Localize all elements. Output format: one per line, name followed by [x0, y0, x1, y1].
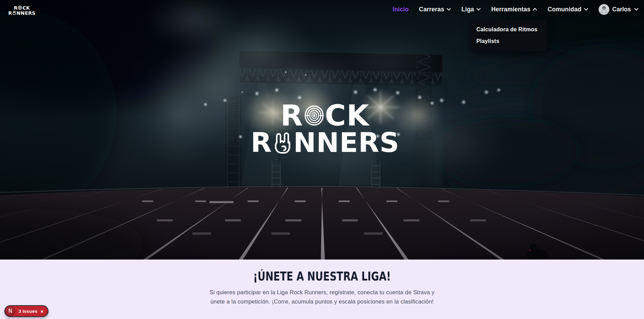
track-o-icon [18, 6, 22, 10]
nav-link-inicio[interactable]: Inicio [393, 6, 409, 13]
user-menu[interactable]: Carlos [599, 4, 639, 15]
tools-dropdown: Calculadora de Ritmos Playlists [471, 20, 546, 51]
chevron-up-icon [533, 8, 537, 11]
hero-word1-suffix: CK [325, 101, 370, 130]
brand-word1-suffix: CK [22, 6, 30, 10]
hero-word2-suffix: NNERS [293, 129, 399, 156]
top-nav: R CK R NNERS [0, 0, 644, 19]
close-icon[interactable]: × [41, 309, 44, 314]
hero-logo-line2: R NNERS [251, 129, 399, 156]
page: R CK R NNERS [0, 0, 644, 319]
rockhand-u-icon [273, 132, 292, 154]
netlify-monogram: N [8, 308, 12, 314]
avatar [599, 4, 609, 15]
netlify-issues-badge[interactable]: N 3 Issues × [4, 305, 48, 317]
rockhand-u-icon [12, 11, 16, 15]
hero-logo: R CK R [251, 101, 399, 156]
join-title: ¡ÚNETE A NUESTRA LIGA! [65, 270, 580, 283]
brand-logo-line1: R CK [14, 6, 30, 10]
issues-count-label: 3 Issues [19, 309, 37, 314]
dropdown-item-playlists[interactable]: Playlists [471, 35, 546, 47]
user-avatar-icon [599, 4, 609, 15]
brand-logo-line2: R NNERS [8, 11, 35, 15]
track-o-icon [304, 105, 324, 126]
hero-section: R CK R NNERS [0, 0, 644, 260]
nav-label: Carreras [419, 6, 444, 13]
hero-word2-pre: R [251, 129, 272, 156]
nav-link-herramientas[interactable]: Herramientas [491, 6, 537, 13]
brand-word2-pre: R [8, 11, 12, 15]
brand-logo[interactable]: R CK R NNERS [8, 6, 35, 15]
chevron-down-icon [447, 8, 451, 11]
brand-word2-suffix: NNERS [16, 11, 35, 15]
hero-word1-pre: R [281, 101, 304, 130]
nav-links: Inicio Carreras Liga Herramientas Comuni… [393, 4, 639, 15]
chevron-down-icon [476, 8, 481, 11]
dropdown-item-calculadora[interactable]: Calculadora de Ritmos [471, 24, 546, 35]
nav-label: Liga [461, 6, 474, 13]
nav-link-carreras[interactable]: Carreras [419, 6, 451, 13]
nav-link-liga[interactable]: Liga [461, 6, 481, 13]
brand-word1-pre: R [14, 6, 18, 10]
netlify-logo-icon: N [5, 306, 15, 316]
nav-label: Herramientas [491, 6, 530, 13]
nav-label: Comunidad [547, 6, 581, 13]
chevron-down-icon [634, 8, 639, 11]
nav-link-comunidad[interactable]: Comunidad [547, 6, 588, 13]
join-section: ¡ÚNETE A NUESTRA LIGA! Si quieres partic… [0, 260, 644, 319]
nav-label: Inicio [393, 6, 409, 13]
chevron-down-icon [584, 8, 588, 11]
user-name: Carlos [612, 6, 631, 13]
join-body: Si quieres participar en la Liga Rock Ru… [203, 288, 441, 306]
hero-logo-line1: R CK [251, 101, 399, 130]
